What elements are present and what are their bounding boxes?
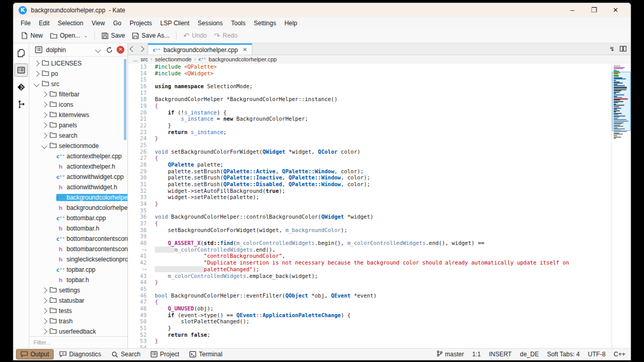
git-branch-segment[interactable]: master xyxy=(437,350,464,358)
menu-sessions[interactable]: Sessions xyxy=(194,19,227,28)
code-line[interactable]: 35 xyxy=(128,207,611,214)
tab-close-icon[interactable]: ✕ xyxy=(243,46,247,53)
output-toolview-button[interactable]: Output xyxy=(16,349,54,359)
expand-icon[interactable] xyxy=(40,309,49,313)
menu-help[interactable]: Help xyxy=(280,19,301,28)
back-icon[interactable] xyxy=(128,43,137,55)
tree-scrollbar[interactable] xyxy=(124,59,126,140)
menu-lsp-client[interactable]: LSP Client xyxy=(156,19,194,28)
code-line[interactable]: 38 setBackgroundColorForWidget(widget, m… xyxy=(128,227,611,234)
code-line[interactable]: 26void setBackgroundColorForWidget(QWidg… xyxy=(128,149,611,155)
expand-icon[interactable] xyxy=(40,92,49,96)
menu-settings[interactable]: Settings xyxy=(250,19,280,28)
forward-icon[interactable] xyxy=(137,43,146,55)
minimize-button[interactable]: – xyxy=(561,4,583,17)
expand-icon[interactable] xyxy=(40,288,49,292)
tree-file-actiontexthelper-cpp[interactable]: c⁺⁺actiontexthelper.cpp xyxy=(29,151,127,161)
tree-file-backgroundcolorhelper-h[interactable]: hbackgroundcolorhelper.h xyxy=(29,203,127,213)
tree-file-bottombar-cpp[interactable]: c⁺⁺bottombar.cpp xyxy=(29,213,127,223)
tree-folder-panels[interactable]: panels xyxy=(29,120,127,130)
tree-file-topbar-cpp[interactable]: c⁺⁺topbar.cpp xyxy=(29,265,127,275)
tree-folder-filterbar[interactable]: filterbar xyxy=(29,89,127,100)
minimap-viewport[interactable] xyxy=(612,72,631,131)
code-line[interactable]: 45 xyxy=(128,286,611,292)
code-line[interactable]: 27{ xyxy=(128,155,611,161)
tree-folder-licenses[interactable]: LICENSES xyxy=(29,58,127,69)
close-project-icon[interactable]: ✕ xyxy=(117,46,124,54)
tree-file-topbar-h[interactable]: htopbar.h xyxy=(29,275,127,285)
expand-icon[interactable] xyxy=(40,330,49,334)
project-toolview-button[interactable]: Project xyxy=(146,349,184,359)
menu-projects[interactable]: Projects xyxy=(125,19,156,28)
code-line[interactable]: 34} xyxy=(128,201,611,207)
code-line[interactable]: 18BackgroundColorHelper *BackgroundColor… xyxy=(128,96,611,103)
code-line[interactable]: 48 Q_UNUSED(obj); xyxy=(128,305,611,312)
tree-folder-settings[interactable]: settings xyxy=(29,285,127,295)
expand-icon[interactable] xyxy=(33,61,41,65)
menu-view[interactable]: View xyxy=(87,19,109,28)
encoding[interactable]: UTF-8 xyxy=(588,351,605,358)
text-editor[interactable]: 13#include <QPalette>14#include <QWidget… xyxy=(128,63,611,348)
code-line[interactable]: 43 m_colorControlledWidgets.emplace_back… xyxy=(128,273,611,279)
code-line[interactable]: 40 Q_ASSERT_X(std::find(m_colorControlle… xyxy=(128,240,611,246)
code-line[interactable]: 14#include <QWidget> xyxy=(128,70,611,77)
tree-file-actionwithwidget-cpp[interactable]: c⁺⁺actionwithwidget.cpp xyxy=(29,172,127,182)
tree-folder-search[interactable]: search xyxy=(29,130,127,141)
code-line[interactable]: 42 "Duplicate insertion is not necessary… xyxy=(128,259,611,266)
tree-file-bottombarcontentscont-[interactable]: c⁺⁺bottombarcontentscont... xyxy=(29,234,127,244)
tree-folder-selectionmode[interactable]: selectionmode xyxy=(29,141,127,151)
input-mode[interactable]: INSERT xyxy=(489,351,512,358)
undo-button[interactable]: ↶ Undo xyxy=(180,30,210,41)
save-button[interactable]: Save xyxy=(98,30,128,41)
code-line[interactable]: ↪ m_colorControlledWidgets.end(), xyxy=(128,246,611,253)
tree-folder-po[interactable]: po xyxy=(29,69,127,79)
code-line[interactable]: 50 slotPaletteChanged(); xyxy=(128,318,611,325)
code-line[interactable]: 49 if (event->type() == QEvent::Applicat… xyxy=(128,312,611,319)
tree-file-bottombar-h[interactable]: hbottombar.h xyxy=(29,223,127,234)
menu-go[interactable]: Go xyxy=(109,19,125,28)
tree-file-bottombarcontentscont-[interactable]: hbottombarcontentscont... xyxy=(29,244,127,254)
tree-folder-icons[interactable]: icons xyxy=(29,100,127,110)
tree-file-actionwithwidget-h[interactable]: hactionwithwidget.h xyxy=(29,182,127,192)
code-line[interactable]: 54 xyxy=(128,344,611,348)
code-line[interactable]: 23 return s_instance; xyxy=(128,129,611,136)
code-line[interactable]: 31 palette.setBrush(QPalette::Disabled, … xyxy=(128,181,611,188)
save-as-button[interactable]: Save As... xyxy=(128,30,173,41)
tab-mode[interactable]: Soft Tabs: 4 xyxy=(547,351,579,358)
cursor-position[interactable]: 1:1 xyxy=(472,351,481,358)
tree-file-backgroundcolorhelper-c-[interactable]: c⁺⁺backgroundcolorhelper.c... xyxy=(29,192,127,203)
terminal-toolview-button[interactable]: Terminal xyxy=(185,349,227,359)
code-line[interactable]: 44} xyxy=(128,279,611,286)
project-switch-chevron-icon[interactable] xyxy=(94,46,102,54)
code-line[interactable]: 41 "controlBackgroundColor", xyxy=(128,253,611,259)
code-line[interactable]: ↪ paletteChanged"); xyxy=(128,266,611,273)
code-line[interactable]: 51 } xyxy=(128,325,611,332)
code-line[interactable]: 17 xyxy=(128,90,611,96)
redo-button[interactable]: ↷ Redo xyxy=(211,30,241,41)
code-line[interactable]: 37{ xyxy=(128,220,611,227)
projects-panel-icon[interactable] xyxy=(14,63,28,77)
code-line[interactable]: 52 return false; xyxy=(128,332,611,338)
split-view-icon[interactable] xyxy=(620,44,626,54)
code-line[interactable]: 25 xyxy=(128,142,611,149)
tree-folder-kitemviews[interactable]: kitemviews xyxy=(29,110,127,120)
tree-file-singleclickselectionproxy-[interactable]: hsingleclickselectionproxy... xyxy=(29,254,127,265)
tree-file-actiontexthelper-h[interactable]: hactiontexthelper.h xyxy=(29,161,127,172)
expand-icon[interactable] xyxy=(40,113,49,117)
dictionary-locale[interactable]: de_DE xyxy=(520,351,539,358)
expand-icon[interactable] xyxy=(40,103,49,107)
new-button[interactable]: New xyxy=(18,30,46,41)
code-line[interactable]: 36void BackgroundColorHelper::controlBac… xyxy=(128,213,611,220)
breadcrumb-item-selectionmode[interactable]: selectionmode xyxy=(155,56,191,62)
menu-edit[interactable]: Edit xyxy=(35,19,54,28)
code-line[interactable]: 53} xyxy=(128,338,611,344)
syntax-mode[interactable]: C++ xyxy=(614,351,625,358)
documents-icon[interactable] xyxy=(14,46,28,60)
maximize-button[interactable]: ❐ xyxy=(583,4,605,17)
filter-input[interactable] xyxy=(29,339,127,345)
minimap-scrollbar[interactable] xyxy=(611,63,631,348)
reload-project-icon[interactable] xyxy=(105,46,114,54)
code-line[interactable]: 47{ xyxy=(128,299,611,305)
tree-folder-statusbar[interactable]: statusbar xyxy=(29,295,127,306)
open-dropdown-caret[interactable]: ⌄ xyxy=(84,33,88,38)
